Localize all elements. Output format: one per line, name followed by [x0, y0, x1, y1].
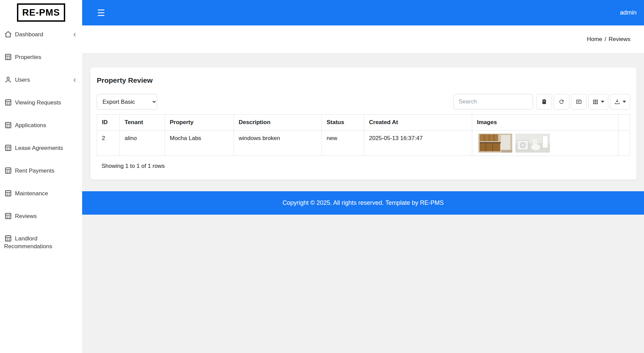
export-button[interactable]	[610, 94, 630, 110]
main-area: ☰ admin Home / Reviews Property Review E…	[82, 0, 644, 353]
table-icon	[4, 166, 12, 175]
toolbar-right	[454, 94, 630, 110]
sidebar-item-label: Rent Payments	[15, 168, 54, 174]
columns-button[interactable]	[588, 94, 608, 110]
top-navbar: ☰ admin	[82, 0, 644, 25]
sidebar-item-properties[interactable]: Properties	[0, 46, 82, 68]
sidebar-item-landlord-recommendations[interactable]: Landlord Recommendations	[0, 227, 82, 258]
logo-text: RE-PMS	[22, 7, 60, 18]
table-icon	[4, 53, 12, 61]
table-icon	[4, 121, 12, 129]
pagination-summary: Showing 1 to 1 of 1 rows	[97, 156, 630, 178]
breadcrumb-separator: /	[605, 36, 606, 43]
table-icon	[4, 234, 12, 242]
sidebar-item-reviews[interactable]: Reviews	[0, 205, 82, 228]
column-header-tenant: Tenant	[120, 115, 165, 131]
sidebar-item-applications[interactable]: Applications	[0, 114, 82, 137]
table-icon	[4, 98, 12, 106]
sidebar-nav: Dashboard ‹ Properties Users ‹ Viewing R…	[0, 23, 82, 258]
sidebar-item-viewing-requests[interactable]: Viewing Requests	[0, 91, 82, 114]
sidebar-item-label: Reviews	[15, 213, 37, 219]
sidebar-item-label: Viewing Requests	[15, 99, 61, 106]
review-thumbnail-kitchen[interactable]	[478, 134, 512, 153]
table-icon	[4, 189, 12, 197]
toggle-view-button[interactable]	[571, 94, 587, 110]
column-header-images: Images	[472, 115, 619, 131]
page-title: Property Review	[97, 76, 630, 84]
column-header-property: Property	[165, 115, 234, 131]
menu-toggle-button[interactable]: ☰	[95, 7, 107, 19]
search-input[interactable]	[454, 94, 533, 110]
export-download-icon	[614, 99, 620, 105]
sidebar-item-label: Maintenance	[15, 190, 48, 197]
column-header-id: ID	[97, 115, 120, 131]
column-header-description: Description	[234, 115, 322, 131]
table-icon	[4, 144, 12, 152]
table-icon	[4, 212, 12, 220]
user-menu[interactable]: admin	[620, 9, 637, 16]
caret-down-icon	[601, 101, 604, 103]
breadcrumb-current: Reviews	[609, 36, 630, 43]
refresh-icon	[558, 99, 565, 105]
columns-grid-icon	[592, 99, 599, 105]
sidebar-item-lease-agreements[interactable]: Lease Agreements	[0, 137, 82, 159]
card-list-icon	[576, 99, 582, 105]
table-row: 2 alino Mocha Labs windows broken new 20…	[97, 131, 630, 156]
table-action-buttons	[536, 94, 630, 110]
chevron-left-icon: ‹	[73, 76, 76, 84]
clipboard-icon	[541, 99, 547, 105]
below-footer-spacer	[82, 215, 644, 353]
column-header-status: Status	[322, 115, 364, 131]
cell-images	[472, 131, 619, 156]
caret-down-icon	[623, 101, 626, 103]
table-body: 2 alino Mocha Labs windows broken new 20…	[97, 131, 630, 156]
cell-actions-empty	[619, 131, 630, 156]
table-toolbar: Export Basic	[97, 94, 630, 110]
review-thumbnail-bathroom[interactable]	[515, 134, 550, 153]
refresh-button[interactable]	[554, 94, 569, 110]
app-root: RE-PMS Dashboard ‹ Properties Users ‹	[0, 0, 644, 353]
breadcrumb-home-link[interactable]: Home	[587, 36, 602, 43]
table-header-row: ID Tenant Property Description Status Cr…	[97, 115, 630, 131]
sidebar-item-label: Dashboard	[15, 31, 43, 38]
sidebar-item-dashboard[interactable]: Dashboard ‹	[0, 23, 82, 46]
reviews-table: ID Tenant Property Description Status Cr…	[97, 114, 630, 156]
footer: Copyright © 2025. All rights reserved. T…	[82, 191, 644, 215]
chevron-left-icon: ‹	[73, 30, 76, 38]
cell-status: new	[322, 131, 364, 156]
footer-text: Copyright © 2025. All rights reserved. T…	[282, 199, 444, 206]
sidebar-item-label: Applications	[15, 122, 46, 129]
sidebar-item-users[interactable]: Users ‹	[0, 68, 82, 91]
sidebar-item-label: Properties	[15, 54, 41, 60]
sidebar-item-label: Lease Agreements	[15, 145, 63, 151]
sidebar-item-maintenance[interactable]: Maintenance	[0, 182, 82, 205]
table-header: ID Tenant Property Description Status Cr…	[97, 115, 630, 131]
sidebar-item-rent-payments[interactable]: Rent Payments	[0, 159, 82, 182]
sidebar-item-label: Users	[15, 77, 30, 83]
content-area: Property Review Export Basic	[82, 53, 644, 191]
breadcrumb: Home / Reviews	[82, 25, 644, 53]
cell-created-at: 2025-05-13 16:37:47	[364, 131, 472, 156]
cell-id: 2	[97, 131, 120, 156]
export-select[interactable]: Export Basic	[97, 94, 157, 110]
hamburger-icon: ☰	[97, 8, 105, 18]
property-review-card: Property Review Export Basic	[90, 67, 637, 180]
cell-property: Mocha Labs	[165, 131, 234, 156]
user-icon	[4, 76, 12, 84]
column-header-empty	[619, 115, 630, 131]
cell-tenant: alino	[120, 131, 165, 156]
house-icon	[4, 30, 12, 38]
app-logo[interactable]: RE-PMS	[17, 3, 65, 22]
paste-button[interactable]	[536, 94, 552, 110]
sidebar: RE-PMS Dashboard ‹ Properties Users ‹	[0, 0, 82, 353]
column-header-created-at: Created At	[364, 115, 472, 131]
cell-description: windows broken	[234, 131, 322, 156]
